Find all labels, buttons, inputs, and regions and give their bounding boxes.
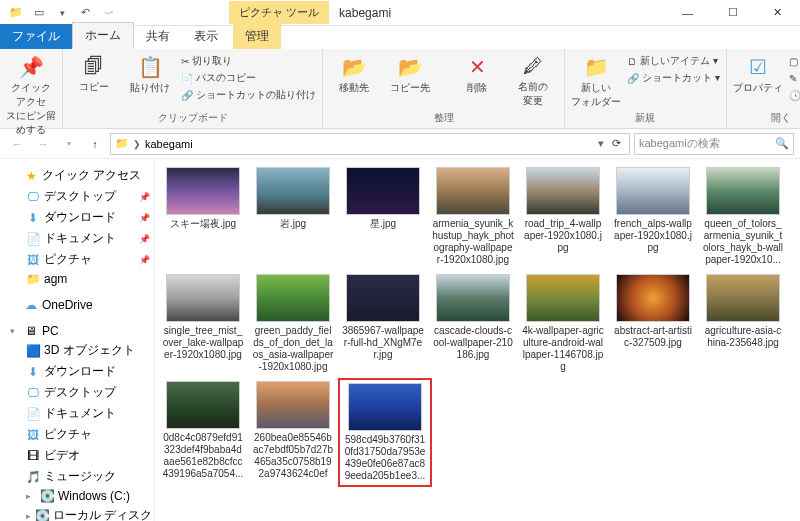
cut-button[interactable]: ✂切り取り (181, 54, 316, 68)
file-thumbnail[interactable]: 3865967-wallpaper-full-hd_XNgM7er.jpg (341, 274, 425, 373)
download-icon: ⬇ (26, 365, 40, 379)
new-item-button[interactable]: 🗋新しいアイテム ▾ (627, 54, 720, 68)
sidebar-drive-c[interactable]: ▸💽Windows (C:) (0, 487, 154, 505)
recent-dropdown[interactable]: ▾ (58, 133, 80, 155)
tab-file[interactable]: ファイル (0, 24, 72, 49)
sidebar-pictures[interactable]: 🖼ピクチャ📌 (0, 249, 154, 270)
file-name: french_alps-wallpaper-1920x1080.jpg (612, 218, 694, 254)
props-icon[interactable]: ▭ (28, 2, 50, 24)
sidebar-onedrive[interactable]: ☁OneDrive (0, 296, 154, 314)
paste-shortcut-button[interactable]: 🔗ショートカットの貼り付け (181, 88, 316, 102)
file-thumbnail[interactable]: 4k-wallpaper-agriculture-android-wallpap… (521, 274, 605, 373)
ribbon-tabs: ファイル ホーム 共有 表示 管理 (0, 26, 800, 49)
address-bar: ← → ▾ ↑ 📁 ❯ kabegami ▾ ⟳ kabegamiの検索 🔍 (0, 129, 800, 159)
thumbnail-image (526, 274, 600, 322)
sidebar-3d-objects[interactable]: 🟦3D オブジェクト (0, 340, 154, 361)
file-thumbnail[interactable]: french_alps-wallpaper-1920x1080.jpg (611, 167, 695, 266)
new-folder-button[interactable]: 📁新しい フォルダー (571, 51, 621, 109)
tab-share[interactable]: 共有 (134, 24, 182, 49)
minimize-button[interactable]: — (665, 0, 710, 26)
breadcrumb-folder[interactable]: kabegami (145, 138, 193, 150)
sidebar-pc-pictures[interactable]: 🖼ピクチャ (0, 424, 154, 445)
ribbon-group-organize: 📂移動先 📂コピー先 ✕削除 🖉名前の 変更 整理 (323, 49, 565, 128)
chevron-right-icon[interactable]: ❯ (133, 139, 141, 149)
copy-button[interactable]: 🗐コピー (69, 51, 119, 94)
refresh-button[interactable]: ⟳ (608, 137, 625, 150)
file-thumbnail[interactable]: abstract-art-artistic-327509.jpg (611, 274, 695, 373)
sidebar-downloads[interactable]: ⬇ダウンロード📌 (0, 207, 154, 228)
file-thumbnail[interactable]: スキー場夜.jpg (161, 167, 245, 266)
sidebar-pc-downloads[interactable]: ⬇ダウンロード (0, 361, 154, 382)
content-area[interactable]: スキー場夜.jpg岩.jpg星.jpgarmenia_syunik_khustu… (155, 159, 800, 521)
thumbnail-image (706, 274, 780, 322)
sidebar-pc[interactable]: ▾🖥PC (0, 322, 154, 340)
sidebar-documents[interactable]: 📄ドキュメント📌 (0, 228, 154, 249)
sidebar-pc-music[interactable]: 🎵ミュージック (0, 466, 154, 487)
file-thumbnail[interactable]: 598cd49b3760f310fd31750da7953e439e0fe06e… (341, 381, 429, 484)
tab-manage[interactable]: 管理 (233, 24, 281, 49)
ribbon-group-open: ☑プロパティ ▢開く ▾ ✎編集 🕓履歴 開く (727, 49, 800, 128)
thumbnail-image (348, 383, 422, 431)
close-button[interactable]: ✕ (755, 0, 800, 26)
file-thumbnail[interactable]: armenia_syunik_khustup_hayk_photography-… (431, 167, 515, 266)
cube-icon: 🟦 (26, 344, 40, 358)
forward-button[interactable]: → (32, 133, 54, 155)
redo-icon[interactable]: ⤻ (97, 2, 119, 24)
address-path[interactable]: 📁 ❯ kabegami ▾ ⟳ (110, 133, 630, 155)
thumbnail-image (526, 167, 600, 215)
thumbnail-image (256, 381, 330, 429)
open-label: 開く (733, 111, 800, 126)
pin-quick-access-button[interactable]: 📌 クイック アクセ スにピン留めする (6, 51, 56, 137)
easy-icon: 🔗 (627, 73, 639, 84)
back-button[interactable]: ← (6, 133, 28, 155)
copy-to-button[interactable]: 📂コピー先 (385, 51, 435, 95)
video-icon: 🎞 (26, 449, 40, 463)
sidebar-pc-videos[interactable]: 🎞ビデオ (0, 445, 154, 466)
thumbnail-image (166, 167, 240, 215)
sidebar-drive-e[interactable]: ▸💽ローカル ディスク (E:) (0, 505, 154, 521)
file-thumbnail[interactable]: road_trip_4-wallpaper-1920x1080.jpg (521, 167, 605, 266)
sidebar-pc-desktop[interactable]: 🖵デスクトップ (0, 382, 154, 403)
open-button[interactable]: ▢開く ▾ (789, 54, 800, 68)
copy-path-button[interactable]: 📄パスのコピー (181, 71, 316, 85)
file-thumbnail[interactable]: 0d8c4c0879efd91323def4f9baba4daae561e82b… (161, 381, 245, 484)
tab-home[interactable]: ホーム (72, 22, 134, 49)
sidebar-pc-documents[interactable]: 📄ドキュメント (0, 403, 154, 424)
organize-label: 整理 (329, 111, 558, 126)
file-name: agriculture-asia-china-235648.jpg (702, 325, 784, 349)
move-to-button[interactable]: 📂移動先 (329, 51, 379, 95)
search-input[interactable]: kabegamiの検索 🔍 (634, 133, 794, 155)
file-thumbnail[interactable]: single_tree_mist_over_lake-wallpaper-192… (161, 274, 245, 373)
copyto-icon: 📂 (398, 55, 423, 79)
file-thumbnail[interactable]: cascade-clouds-cool-wallpaper-210186.jpg (431, 274, 515, 373)
maximize-button[interactable]: ☐ (710, 0, 755, 26)
up-button[interactable]: ↑ (84, 133, 106, 155)
qat-dropdown-icon[interactable]: ▾ (51, 2, 73, 24)
props-icon2: ☑ (749, 55, 767, 79)
paste-button[interactable]: 📋貼り付け (125, 51, 175, 95)
file-name: 0d8c4c0879efd91323def4f9baba4daae561e82b… (162, 432, 244, 480)
tab-view[interactable]: 表示 (182, 24, 230, 49)
edit-button[interactable]: ✎編集 (789, 71, 800, 85)
ribbon: 📌 クイック アクセ スにピン留めする 🗐コピー 📋貼り付け ✂切り取り 📄パス… (0, 49, 800, 129)
file-thumbnail[interactable]: green_paddy_fields_of_don_det_laos_asia-… (251, 274, 335, 373)
delete-button[interactable]: ✕削除 (452, 51, 502, 95)
sidebar-agm[interactable]: 📁agm (0, 270, 154, 288)
properties-button[interactable]: ☑プロパティ (733, 51, 783, 95)
history-button[interactable]: 🕓履歴 (789, 88, 800, 102)
rename-button[interactable]: 🖉名前の 変更 (508, 51, 558, 108)
file-thumbnail[interactable]: 岩.jpg (251, 167, 335, 266)
sidebar-desktop[interactable]: 🖵デスクトップ📌 (0, 186, 154, 207)
undo-icon[interactable]: ↶ (74, 2, 96, 24)
file-thumbnail[interactable]: 260bea0e85546bac7ebdf05b7d27b465a35c0758… (251, 381, 335, 484)
easy-access-button[interactable]: 🔗ショートカット ▾ (627, 71, 720, 85)
file-thumbnail[interactable]: 星.jpg (341, 167, 425, 266)
thumbnail-image (706, 167, 780, 215)
file-thumbnail[interactable]: queen_of_tolors_armenia_syunik_tolors_ha… (701, 167, 785, 266)
sidebar-quick-access[interactable]: ★クイック アクセス (0, 165, 154, 186)
file-thumbnail[interactable]: agriculture-asia-china-235648.jpg (701, 274, 785, 373)
address-dropdown-icon[interactable]: ▾ (598, 137, 604, 150)
thumbnail-image (346, 274, 420, 322)
doc-icon: 📄 (26, 232, 40, 246)
folder-icon[interactable]: 📁 (5, 2, 27, 24)
